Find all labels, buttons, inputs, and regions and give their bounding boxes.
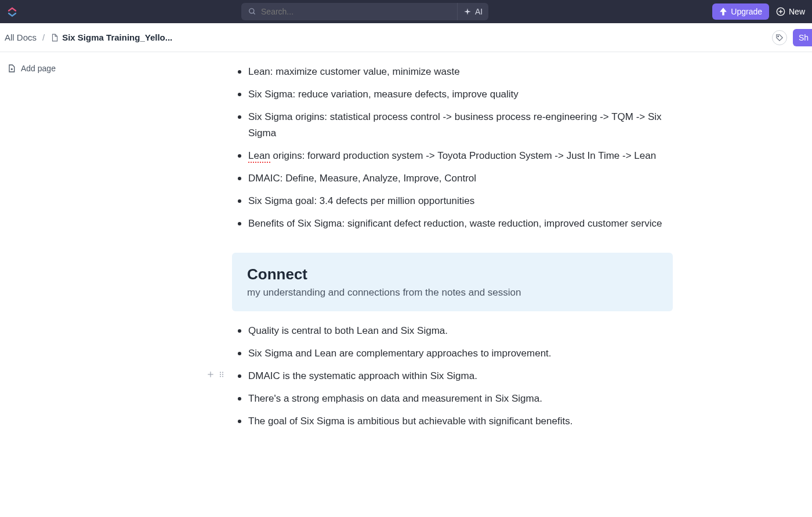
svg-point-15 bbox=[222, 376, 223, 377]
tag-button[interactable] bbox=[772, 30, 787, 45]
doc-container[interactable]: Lean: maximize customer value, minimize … bbox=[232, 64, 673, 429]
connect-subtitle[interactable]: my understanding and connections from th… bbox=[247, 287, 658, 298]
list-item[interactable]: Lean origins: forward production system … bbox=[232, 148, 673, 163]
app-logo[interactable] bbox=[7, 6, 17, 17]
breadcrumb-root[interactable]: All Docs bbox=[5, 32, 37, 42]
list-item[interactable]: Benefits of Six Sigma: significant defec… bbox=[232, 216, 673, 231]
top-right: Upgrade New bbox=[712, 3, 805, 20]
top-center: AI bbox=[24, 3, 705, 20]
ai-button[interactable]: AI bbox=[457, 3, 488, 20]
list-item[interactable]: The goal of Six Sigma is ambitious but a… bbox=[232, 413, 673, 429]
list-item[interactable]: DMAIC is the systematic approach within … bbox=[232, 368, 673, 384]
upgrade-button[interactable]: Upgrade bbox=[712, 3, 769, 20]
search-box[interactable] bbox=[241, 3, 462, 20]
main-area: Add page Lean: maximize customer value, … bbox=[0, 52, 812, 517]
list-item[interactable]: Lean: maximize customer value, minimize … bbox=[232, 64, 673, 79]
breadcrumb-bar: All Docs / Six Sigma Training_Yello... S… bbox=[0, 23, 812, 52]
svg-point-5 bbox=[778, 35, 779, 37]
search-wrap: AI bbox=[241, 3, 488, 20]
svg-point-11 bbox=[222, 372, 223, 373]
new-button[interactable]: New bbox=[776, 7, 805, 16]
notes-list: Lean: maximize customer value, minimize … bbox=[232, 64, 673, 232]
connect-box[interactable]: Connect my understanding and connections… bbox=[232, 253, 673, 311]
document-icon bbox=[50, 33, 59, 42]
tag-icon bbox=[775, 34, 784, 42]
drag-handle[interactable] bbox=[218, 370, 225, 378]
clickup-logo-icon bbox=[7, 6, 17, 17]
breadcrumb: All Docs / Six Sigma Training_Yello... bbox=[5, 32, 172, 42]
top-bar: AI Upgrade New bbox=[0, 0, 812, 23]
connect-list: Quality is central to both Lean and Six … bbox=[232, 323, 673, 429]
share-button[interactable]: Sh bbox=[793, 29, 812, 46]
breadcrumb-current[interactable]: Six Sigma Training_Yello... bbox=[50, 32, 172, 42]
search-input[interactable] bbox=[261, 7, 455, 16]
search-icon bbox=[248, 8, 256, 16]
svg-point-13 bbox=[222, 374, 223, 375]
plus-circle-icon bbox=[776, 7, 785, 16]
svg-point-0 bbox=[249, 9, 254, 13]
spellcheck-word[interactable]: Lean bbox=[248, 150, 270, 163]
list-item[interactable]: Six Sigma goal: 3.4 defects per million … bbox=[232, 193, 673, 209]
list-item[interactable]: Six Sigma origins: statistical process c… bbox=[232, 109, 673, 140]
upgrade-label: Upgrade bbox=[731, 7, 762, 16]
svg-point-14 bbox=[220, 376, 221, 377]
list-item-text: origins: forward production system -> To… bbox=[270, 150, 656, 161]
content: Lean: maximize customer value, minimize … bbox=[104, 52, 812, 517]
ai-label: AI bbox=[475, 7, 483, 16]
new-label: New bbox=[789, 7, 805, 16]
list-item[interactable]: Six Sigma and Lean are complementary app… bbox=[232, 345, 673, 361]
add-page-button[interactable]: Add page bbox=[7, 64, 97, 73]
drag-handle-icon bbox=[218, 370, 225, 378]
svg-point-12 bbox=[220, 374, 221, 375]
upgrade-icon bbox=[719, 8, 727, 16]
row-controls bbox=[206, 370, 225, 378]
breadcrumb-separator: / bbox=[42, 32, 45, 42]
add-row-button[interactable] bbox=[206, 370, 215, 378]
svg-line-1 bbox=[253, 13, 255, 14]
connect-title[interactable]: Connect bbox=[247, 265, 658, 283]
list-item[interactable]: There's a strong emphasis on data and me… bbox=[232, 391, 673, 406]
plus-icon bbox=[206, 370, 215, 378]
add-page-label: Add page bbox=[21, 64, 56, 73]
svg-point-10 bbox=[220, 372, 221, 373]
list-item[interactable]: Six Sigma: reduce variation, measure def… bbox=[232, 86, 673, 102]
sparkle-icon bbox=[463, 8, 472, 16]
breadcrumb-current-label: Six Sigma Training_Yello... bbox=[62, 32, 172, 42]
sidebar: Add page bbox=[0, 52, 104, 517]
list-item[interactable]: DMAIC: Define, Measure, Analyze, Improve… bbox=[232, 170, 673, 186]
list-item[interactable]: Quality is central to both Lean and Six … bbox=[232, 323, 673, 338]
add-page-icon bbox=[7, 64, 16, 73]
breadcrumb-actions: Sh bbox=[772, 29, 807, 46]
